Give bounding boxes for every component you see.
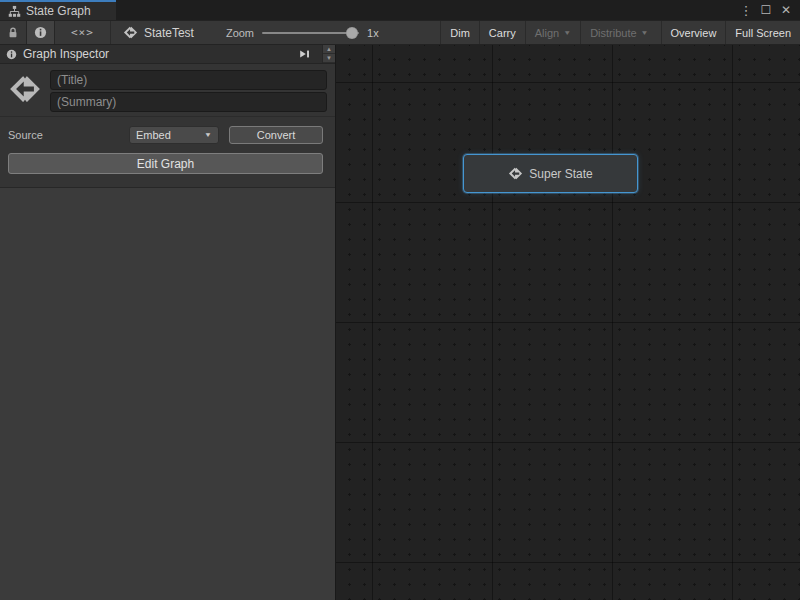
kebab-menu-icon[interactable]: ⋮ <box>738 2 754 18</box>
zoom-control: Zoom 1x <box>204 26 379 40</box>
chevron-down-icon: ▼ <box>563 29 571 36</box>
tab-bar: State Graph ⋮ ☐ ✕ <box>0 0 800 20</box>
graph-inspector-toggle-button[interactable] <box>26 21 55 44</box>
node-label: Super State <box>529 167 592 181</box>
inspector-header: Graph Inspector ▲ ▼ <box>0 45 335 64</box>
info-icon <box>34 26 47 39</box>
graph-toolbar: <×> StateTest Zoom 1x <box>0 20 800 45</box>
tab-title: State Graph <box>26 4 91 18</box>
breadcrumb-label: StateTest <box>144 26 194 40</box>
source-dropdown[interactable]: Embed ▼ <box>129 126 219 144</box>
variables-toggle-button[interactable]: <×> <box>55 21 110 44</box>
window-controls: ⋮ ☐ ✕ <box>738 0 800 20</box>
source-label: Source <box>8 129 129 141</box>
carry-button[interactable]: Carry <box>479 21 525 44</box>
tab-state-graph[interactable]: State Graph <box>0 0 116 20</box>
chevron-down-icon: ▼ <box>204 131 212 138</box>
toolbar-spacer <box>379 21 441 44</box>
dock-right-icon <box>298 48 311 60</box>
scroll-down-button[interactable]: ▼ <box>323 54 335 63</box>
graph-info-section <box>0 64 335 116</box>
inspector-empty-area <box>0 188 335 600</box>
graph-canvas[interactable]: Super State <box>336 45 800 600</box>
graph-source-section: Source Embed ▼ Convert Edit Graph <box>0 116 335 188</box>
state-graph-icon <box>123 25 138 40</box>
scroll-up-button[interactable]: ▲ <box>323 45 335 54</box>
zoom-slider-handle[interactable] <box>346 27 358 39</box>
close-icon[interactable]: ✕ <box>778 2 794 18</box>
full-screen-button[interactable]: Full Screen <box>725 21 800 44</box>
maximize-icon[interactable]: ☐ <box>758 2 774 18</box>
graph-title-input[interactable] <box>50 70 327 90</box>
align-button: Align ▼ <box>525 21 580 44</box>
toolbar-right-group: Dim Carry Align ▼ Distribute ▼ Overview … <box>440 21 800 44</box>
main-area: Graph Inspector ▲ ▼ <box>0 45 800 600</box>
overview-button[interactable]: Overview <box>661 21 726 44</box>
lock-button[interactable] <box>0 21 26 44</box>
graph-inspector-panel: Graph Inspector ▲ ▼ <box>0 45 336 600</box>
distribute-button: Distribute ▼ <box>580 21 657 44</box>
scroll-down-icon: ▼ <box>326 55 332 61</box>
breadcrumb[interactable]: StateTest <box>111 25 204 40</box>
inspector-scrollbar: ▲ ▼ <box>322 45 335 63</box>
source-dropdown-value: Embed <box>136 129 204 141</box>
tab-bar-spacer <box>116 0 738 20</box>
edit-graph-button[interactable]: Edit Graph <box>8 153 323 174</box>
lock-icon <box>7 26 19 39</box>
info-icon <box>6 49 17 60</box>
scroll-up-icon: ▲ <box>326 46 332 52</box>
zoom-slider-track <box>262 32 359 34</box>
zoom-label: Zoom <box>226 27 254 39</box>
graph-hierarchy-icon <box>8 5 21 18</box>
zoom-slider[interactable] <box>262 26 359 40</box>
dock-panel-button[interactable] <box>294 47 314 62</box>
super-state-node[interactable]: Super State <box>463 154 638 193</box>
state-graph-icon <box>8 72 42 106</box>
state-graph-icon <box>508 166 523 181</box>
inspector-title: Graph Inspector <box>23 47 288 61</box>
graph-summary-input[interactable] <box>50 92 327 112</box>
dim-button[interactable]: Dim <box>440 21 479 44</box>
zoom-value: 1x <box>367 27 379 39</box>
convert-button[interactable]: Convert <box>229 126 323 144</box>
state-graph-window: State Graph ⋮ ☐ ✕ <box>0 0 800 600</box>
chevron-down-icon: ▼ <box>641 29 649 36</box>
graph-fields <box>50 70 327 112</box>
code-angle-x-icon: <×> <box>71 26 94 39</box>
